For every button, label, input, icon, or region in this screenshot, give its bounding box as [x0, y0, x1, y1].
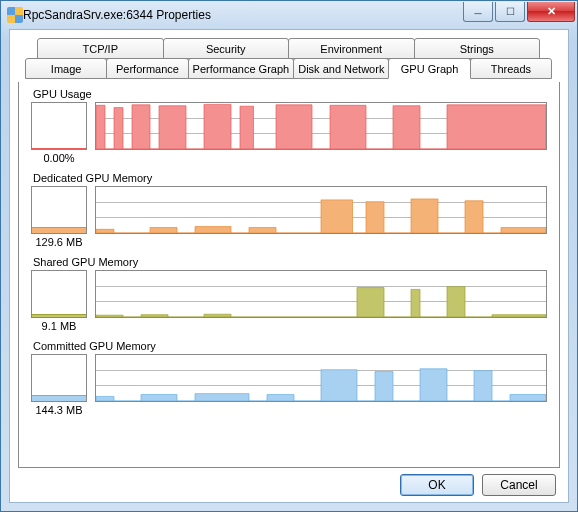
window-title: RpcSandraSrv.exe:6344 Properties [23, 8, 211, 22]
app-icon [7, 7, 23, 23]
tab-performance-graph[interactable]: Performance Graph [188, 58, 295, 79]
minimize-button[interactable] [463, 2, 493, 22]
mini-graph [31, 186, 87, 234]
client-area: TCP/IPSecurityEnvironmentStrings ImagePe… [9, 29, 569, 503]
tab-tcp-ip[interactable]: TCP/IP [37, 38, 164, 59]
section-title: Committed GPU Memory [33, 340, 547, 352]
dialog-buttons: OK Cancel [18, 474, 560, 496]
current-value: 9.1 MB [27, 320, 91, 332]
tab-disk-and-network[interactable]: Disk and Network [293, 58, 389, 79]
maximize-button[interactable] [495, 2, 525, 22]
close-button[interactable] [527, 2, 575, 22]
tab-performance[interactable]: Performance [106, 58, 188, 79]
current-value: 129.6 MB [27, 236, 91, 248]
tab-panel-gpu-graph: GPU Usage0.00%Dedicated GPU Memory129.6 … [18, 82, 560, 468]
section-gpu-usage: GPU Usage0.00% [31, 88, 547, 168]
section-dedicated-gpu-memory: Dedicated GPU Memory129.6 MB [31, 172, 547, 252]
mini-graph [31, 102, 87, 150]
history-graph [95, 354, 547, 402]
tab-strings[interactable]: Strings [414, 38, 541, 59]
current-value: 144.3 MB [27, 404, 91, 416]
window-buttons [461, 2, 575, 22]
section-committed-gpu-memory: Committed GPU Memory144.3 MB [31, 340, 547, 420]
section-shared-gpu-memory: Shared GPU Memory9.1 MB [31, 256, 547, 336]
section-title: GPU Usage [33, 88, 547, 100]
history-graph [95, 102, 547, 150]
history-graph [95, 270, 547, 318]
tab-security[interactable]: Security [163, 38, 290, 59]
section-title: Dedicated GPU Memory [33, 172, 547, 184]
properties-window: RpcSandraSrv.exe:6344 Properties TCP/IPS… [0, 0, 578, 512]
history-graph [95, 186, 547, 234]
mini-graph [31, 270, 87, 318]
section-title: Shared GPU Memory [33, 256, 547, 268]
tab-strip: TCP/IPSecurityEnvironmentStrings ImagePe… [18, 38, 560, 82]
mini-graph [31, 354, 87, 402]
titlebar[interactable]: RpcSandraSrv.exe:6344 Properties [1, 1, 577, 29]
current-value: 0.00% [27, 152, 91, 164]
ok-button[interactable]: OK [400, 474, 474, 496]
tab-threads[interactable]: Threads [470, 58, 552, 79]
tab-image[interactable]: Image [25, 58, 107, 79]
tab-gpu-graph[interactable]: GPU Graph [388, 58, 470, 79]
tab-environment[interactable]: Environment [288, 38, 415, 59]
cancel-button[interactable]: Cancel [482, 474, 556, 496]
